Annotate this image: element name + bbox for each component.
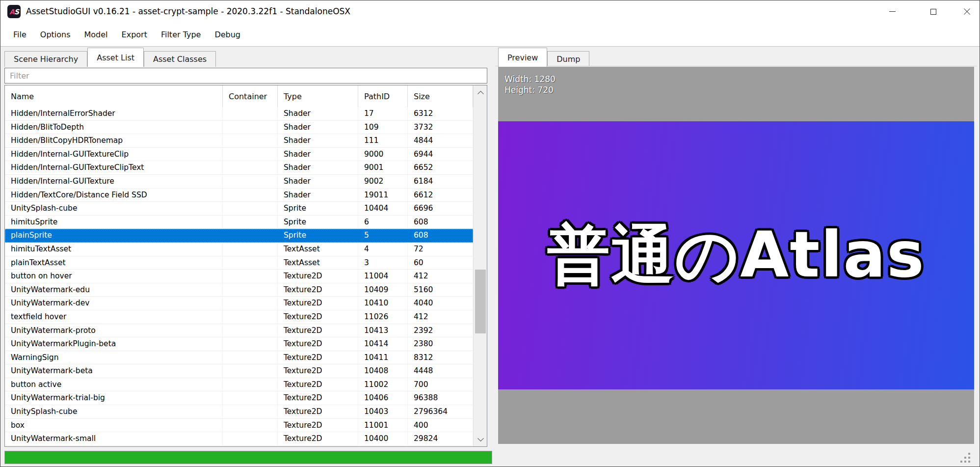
- column-header-name[interactable]: Name: [5, 85, 223, 107]
- cell-col4: 3732: [408, 121, 473, 135]
- cell-col0: UnitySplash-cube: [5, 202, 223, 216]
- cell-col3: 9001: [358, 161, 408, 175]
- close-icon: [963, 8, 971, 15]
- table-row[interactable]: UnitySplash-cubeTexture2D104032796364: [5, 405, 473, 419]
- column-header-pathid[interactable]: PathID: [358, 85, 408, 107]
- cell-col1: [223, 121, 278, 135]
- table-row[interactable]: UnityWatermark-betaTexture2D104084448: [5, 364, 473, 378]
- table-row[interactable]: Hidden/TextCore/Distance Field SSDShader…: [5, 189, 473, 202]
- cell-col1: [223, 270, 278, 283]
- table-row[interactable]: himituSpriteSprite6608: [5, 216, 473, 229]
- tab-dump[interactable]: Dump: [547, 51, 589, 67]
- cell-col4: 4844: [408, 134, 473, 148]
- cell-col0: UnitySplash-cube: [5, 405, 223, 419]
- right-tab-strip: PreviewDump: [498, 47, 589, 67]
- tab-scene-hierarchy[interactable]: Scene Hierarchy: [4, 51, 87, 67]
- cell-col4: 60: [408, 256, 473, 270]
- cell-col4: 6944: [408, 148, 473, 162]
- cell-col3: 10403: [358, 405, 408, 419]
- cell-col1: [223, 161, 278, 175]
- table-row[interactable]: boxTexture2D11001400: [5, 419, 473, 433]
- column-header-type[interactable]: Type: [278, 85, 358, 107]
- cell-col2: Texture2D: [278, 283, 358, 297]
- table-row[interactable]: Hidden/Internal-GUITextureClipTextShader…: [5, 161, 473, 175]
- preview-info-overlay: Width: 1280 Height: 720: [504, 74, 556, 95]
- column-header-container[interactable]: Container: [223, 85, 278, 107]
- cell-col3: 10413: [358, 324, 408, 338]
- table-row[interactable]: plainTextAssetTextAsset360: [5, 256, 473, 270]
- scroll-up-button[interactable]: [474, 85, 487, 99]
- cell-col0: UnityWatermarkPlugin-beta: [5, 337, 223, 351]
- filter-input[interactable]: [5, 68, 487, 83]
- table-row[interactable]: plainSpriteSprite5608: [5, 229, 473, 243]
- cell-col1: [223, 283, 278, 297]
- table-row[interactable]: UnityWatermarkPlugin-betaTexture2D104142…: [5, 337, 473, 351]
- resize-grip[interactable]: [959, 452, 970, 463]
- table-row[interactable]: WarningSignTexture2D104118312: [5, 351, 473, 365]
- cell-col1: [223, 364, 278, 378]
- cell-col3: 10409: [358, 283, 408, 297]
- cell-col3: 19011: [358, 189, 408, 202]
- vertical-scrollbar[interactable]: [473, 85, 487, 446]
- cell-col0: Hidden/Internal-GUITexture: [5, 175, 223, 189]
- table-row[interactable]: button on hoverTexture2D11004412: [5, 270, 473, 283]
- table-row[interactable]: UnityWatermark-devTexture2D104104040: [5, 297, 473, 310]
- cell-col4: 5160: [408, 283, 473, 297]
- menu-item-filter-type[interactable]: Filter Type: [154, 27, 208, 42]
- cell-col4: 6312: [408, 107, 473, 121]
- cell-col1: [223, 432, 278, 446]
- table-row[interactable]: textfield hoverTexture2D11026412: [5, 310, 473, 324]
- table-row[interactable]: himituTextAssetTextAsset472: [5, 243, 473, 256]
- cell-col0: himituSprite: [5, 216, 223, 229]
- cell-col2: Texture2D: [278, 391, 358, 405]
- progress-bar-fill: [5, 451, 492, 464]
- table-row[interactable]: UnitySplash-cubeSprite104046696: [5, 202, 473, 216]
- table-row[interactable]: Hidden/BlitCopyHDRTonemapShader1114844: [5, 134, 473, 148]
- close-button[interactable]: [951, 0, 980, 23]
- cell-col1: [223, 324, 278, 338]
- scroll-down-button[interactable]: [474, 433, 487, 446]
- table-row[interactable]: Hidden/Internal-GUITextureShader90026184: [5, 175, 473, 189]
- table-row[interactable]: button activeTexture2D11002700: [5, 378, 473, 392]
- cell-col1: [223, 405, 278, 419]
- menu-item-file[interactable]: File: [6, 27, 33, 42]
- cell-col1: [223, 310, 278, 324]
- table-row[interactable]: UnityWatermark-protoTexture2D104132392: [5, 324, 473, 338]
- cell-col3: 4: [358, 243, 408, 256]
- tab-asset-classes[interactable]: Asset Classes: [144, 51, 216, 67]
- cell-col1: [223, 229, 278, 243]
- preview-image: 普通のAtlas: [498, 121, 974, 389]
- cell-col3: 10410: [358, 297, 408, 310]
- table-row[interactable]: UnityWatermark-eduTexture2D104095160: [5, 283, 473, 297]
- table-row[interactable]: Hidden/InternalErrorShaderShader176312: [5, 107, 473, 121]
- cell-col0: himituTextAsset: [5, 243, 223, 256]
- tab-preview[interactable]: Preview: [498, 48, 547, 67]
- table-row[interactable]: Hidden/BlitToDepthShader1093732: [5, 121, 473, 135]
- table-row[interactable]: Hidden/Internal-GUITextureClipShader9000…: [5, 148, 473, 162]
- scrollbar-thumb[interactable]: [475, 270, 486, 333]
- cell-col3: 6: [358, 216, 408, 229]
- cell-col2: Shader: [278, 121, 358, 135]
- tab-asset-list[interactable]: Asset List: [87, 48, 144, 67]
- maximize-button[interactable]: [918, 0, 949, 23]
- cell-col0: WarningSign: [5, 351, 223, 365]
- cell-col4: 6652: [408, 161, 473, 175]
- menu-item-model[interactable]: Model: [78, 27, 115, 42]
- cell-col2: Texture2D: [278, 405, 358, 419]
- cell-col2: Shader: [278, 107, 358, 121]
- cell-col2: Texture2D: [278, 337, 358, 351]
- menu-item-debug[interactable]: Debug: [208, 27, 247, 42]
- app-icon: A S: [7, 5, 21, 18]
- table-row[interactable]: UnityWatermark-smallTexture2D1040029824: [5, 432, 473, 446]
- asset-list-body: Hidden/InternalErrorShaderShader176312Hi…: [5, 107, 473, 446]
- filter-box: [4, 68, 487, 83]
- column-header-size[interactable]: Size: [408, 85, 473, 107]
- menu-item-options[interactable]: Options: [33, 27, 78, 42]
- minimize-button[interactable]: [876, 0, 908, 23]
- cell-col2: Texture2D: [278, 270, 358, 283]
- cell-col2: Shader: [278, 175, 358, 189]
- asset-list-header: Name Container Type PathID Size: [5, 85, 473, 107]
- menu-item-export[interactable]: Export: [115, 27, 154, 42]
- app-window: A S AssetStudioGUI v0.16.21 - asset-cryp…: [0, 0, 980, 467]
- table-row[interactable]: UnityWatermark-trial-bigTexture2D1040696…: [5, 391, 473, 405]
